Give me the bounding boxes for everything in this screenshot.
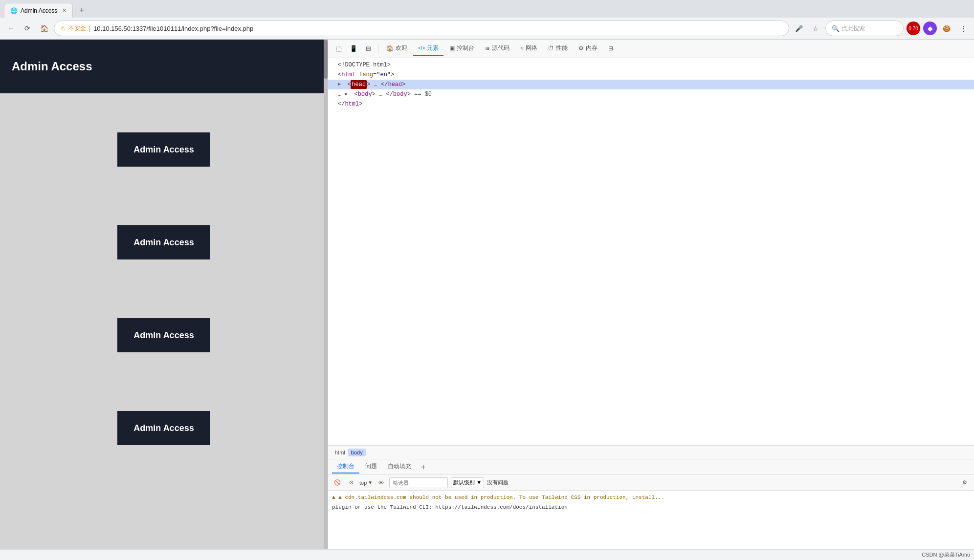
performance-icon: ⏱ [548, 45, 554, 52]
tab-console[interactable]: ▣ 控制台 [444, 41, 479, 56]
memory-icon: ⚙ [578, 45, 584, 52]
top-dropdown-container: top ▼ [359, 480, 373, 486]
search-bar[interactable]: 🔍 点此搜索 [825, 21, 904, 36]
breadcrumb-body[interactable]: body [348, 449, 366, 456]
tab-autofill-bottom[interactable]: 自动填充 [383, 460, 416, 474]
console-line-2: plugin or use the Tailwind CLI: https://… [332, 502, 970, 512]
eye-button[interactable]: 👁 [376, 477, 386, 488]
admin-access-button-4[interactable]: Admin Access [117, 411, 210, 445]
home-button[interactable]: 🏠 [37, 22, 51, 35]
status-bar: CSDN @菜菜TiAmo [0, 549, 974, 560]
tab-more[interactable]: ⊟ [603, 42, 618, 56]
search-placeholder-text: 点此搜索 [841, 24, 865, 33]
browser-chrome: 🌐 Admin Access ✕ + ← ⟳ 🏠 ⚠ 不安全 | 10.10.1… [0, 0, 974, 40]
page-title: Admin Access [12, 60, 92, 73]
tab-console-bottom[interactable]: 控制台 [332, 460, 359, 474]
console-output: ▲ ▲ cdn.tailwindcss.com should not be us… [328, 491, 974, 549]
tab-title: Admin Access [21, 7, 57, 14]
breadcrumb-bar: html body [328, 446, 974, 459]
search-icon: 🔍 [832, 25, 840, 32]
body-tag-line[interactable]: … ▶ <body> … </body> == $0 [328, 89, 974, 99]
device-toggle-button[interactable]: 📱 [347, 42, 360, 56]
back-button[interactable]: ← [4, 22, 18, 35]
head-tag-line[interactable]: ▶ <head> … </head> [328, 80, 974, 89]
console-status-text: 没有问题 [487, 479, 509, 486]
expand-arrow [332, 61, 338, 69]
filter-toggle-button[interactable]: ⊘ [346, 477, 356, 488]
bottom-tabs: 控制台 问题 自动填充 + [328, 459, 974, 475]
nav-bar: ← ⟳ 🏠 ⚠ 不安全 | 10.10.156.50:1337/file1010… [0, 18, 974, 39]
home-icon: 🏠 [386, 45, 394, 52]
console-icon: ▣ [449, 45, 455, 52]
clear-console-button[interactable]: 🚫 [332, 477, 343, 488]
devtools-panel: ⬚ 📱 ⊟ 🏠 欢迎 </> 元素 ▣ 控制台 ≋ 源代码 ≈ [328, 40, 974, 549]
html-close-line: </html> [328, 99, 974, 109]
more-tabs-icon: ⊟ [608, 45, 613, 52]
expand-arrow [332, 70, 338, 79]
web-page-header: Admin Access [0, 40, 328, 93]
menu-button[interactable]: ⋮ [956, 22, 970, 35]
filter-input[interactable] [389, 477, 448, 488]
toolbar-separator-1 [378, 44, 378, 54]
expand-arrow-head[interactable]: ▶ [338, 80, 344, 89]
console-line-1: ▲ ▲ cdn.tailwindcss.com should not be us… [332, 493, 970, 502]
extension-button[interactable]: ◆ [923, 22, 937, 35]
extension-badge-button[interactable]: 0.70 [907, 22, 920, 35]
panel-layout-button[interactable]: ⊟ [361, 42, 375, 56]
bottom-panel: html body 控制台 问题 自动填充 + 🚫 ⊘ [328, 445, 974, 549]
tab-welcome[interactable]: 🏠 欢迎 [381, 41, 412, 56]
tab-icon: 🌐 [10, 7, 18, 14]
address-bar[interactable]: ⚠ 不安全 | 10.10.156.50:1337/file1010111/in… [54, 21, 789, 36]
network-icon: ≈ [520, 45, 524, 52]
badge-circle: 0.70 [907, 22, 920, 35]
tab-network[interactable]: ≈ 网络 [515, 41, 542, 56]
admin-access-button-3[interactable]: Admin Access [117, 318, 210, 352]
status-right-text: CSDN @菜菜TiAmo [922, 551, 970, 559]
admin-access-button-1[interactable]: Admin Access [117, 132, 210, 167]
elements-panel[interactable]: <!DOCTYPE html> <html lang="en"> ▶ <head… [328, 58, 974, 445]
profile-button[interactable]: 🍪 [940, 22, 953, 35]
web-page-body: Admin Access Admin Access Admin Access A… [0, 93, 328, 484]
admin-access-button-2[interactable]: Admin Access [117, 225, 210, 259]
placeholder-arrow [332, 100, 338, 108]
doctype-line: <!DOCTYPE html> [328, 60, 974, 70]
bookmark-button[interactable]: ☆ [809, 22, 822, 35]
new-tab-button[interactable]: + [75, 3, 89, 17]
url-separator: | [89, 25, 90, 32]
console-settings-button[interactable]: ⚙ [959, 477, 970, 488]
chevron-down-icon[interactable]: ▼ [368, 480, 373, 485]
url-text: 10.10.156.50:1337/file1010111/index.php?… [93, 25, 783, 32]
voice-search-button[interactable]: 🎤 [792, 22, 806, 35]
log-level-dropdown[interactable]: 默认级别 ▼ [451, 477, 484, 488]
tab-bar: 🌐 Admin Access ✕ + [0, 0, 974, 18]
expand-arrow-body[interactable]: ▶ [345, 90, 351, 99]
scrollbar-thumb[interactable] [324, 40, 328, 79]
security-warning-icon: ⚠ [60, 25, 66, 32]
warning-triangle-icon: ▲ [332, 495, 338, 500]
add-tab-button[interactable]: + [417, 461, 429, 474]
dropdown-arrow-icon: ▼ [476, 479, 482, 485]
inspect-element-button[interactable]: ⬚ [332, 42, 346, 56]
tab-issues-bottom[interactable]: 问题 [360, 460, 382, 474]
sources-icon: ≋ [485, 45, 490, 52]
active-tab[interactable]: 🌐 Admin Access ✕ [4, 3, 73, 18]
top-label: top [359, 480, 367, 486]
devtools-toolbar: ⬚ 📱 ⊟ 🏠 欢迎 </> 元素 ▣ 控制台 ≋ 源代码 ≈ [328, 40, 974, 58]
tab-performance[interactable]: ⏱ 性能 [543, 41, 573, 56]
console-tools: 🚫 ⊘ top ▼ 👁 默认级别 ▼ 没有问题 ⚙ [328, 475, 974, 491]
web-page-panel: Admin Access Admin Access Admin Access A… [0, 40, 328, 549]
tab-close-icon[interactable]: ✕ [62, 7, 66, 14]
tab-elements[interactable]: </> 元素 [413, 41, 443, 56]
elements-code-icon: </> [418, 45, 425, 51]
tab-sources[interactable]: ≋ 源代码 [480, 41, 514, 56]
tab-memory[interactable]: ⚙ 内存 [574, 41, 602, 56]
scrollbar-track [324, 40, 328, 549]
html-tag-line: <html lang="en"> [328, 70, 974, 80]
security-warning-text: 不安全 [68, 24, 86, 33]
reload-button[interactable]: ⟳ [21, 22, 34, 35]
main-area: Admin Access Admin Access Admin Access A… [0, 40, 974, 549]
breadcrumb-html[interactable]: html [332, 449, 348, 456]
